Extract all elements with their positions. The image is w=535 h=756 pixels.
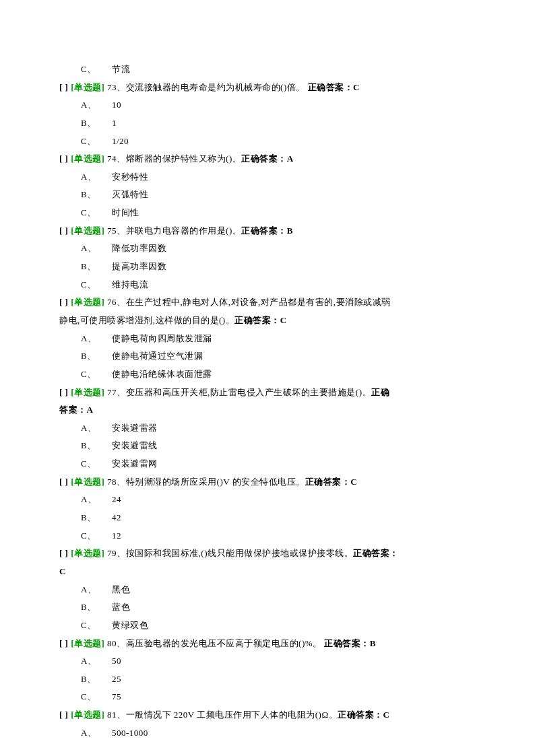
option-line: A、黑色 xyxy=(59,581,482,599)
option-letter: A、 xyxy=(81,724,112,743)
question-text: 78、特别潮湿的场所应采用()V 的安全特低电压。 xyxy=(107,477,305,487)
option-text: 42 xyxy=(112,512,121,522)
option-text: 12 xyxy=(112,530,121,541)
option-line: C、时间性 xyxy=(59,204,482,222)
question-type-tag: [单选题] xyxy=(71,297,104,307)
option-text: 时间性 xyxy=(112,207,139,217)
question-text: 77、变压器和高压开关柜,防止雷电侵入产生破坏的主要措施是()。 xyxy=(107,387,371,397)
option-text: 黑色 xyxy=(112,584,130,594)
correct-answer: 正确 xyxy=(371,387,389,397)
option-letter: B、 xyxy=(81,671,112,689)
option-text: 50 xyxy=(112,656,121,666)
option-letter: C、 xyxy=(81,204,112,222)
option-line: C、1/20 xyxy=(59,133,482,151)
question-text: 80、高压验电器的发光电压不应高于额定电压的()%。 xyxy=(107,638,324,648)
question-text-cont: 静电,可使用喷雾增湿剂,这样做的目的是()。 xyxy=(59,315,234,325)
option-letter: A、 xyxy=(81,96,112,114)
option-text: 蓝色 xyxy=(112,602,130,612)
option-letter: A、 xyxy=(81,419,112,438)
option-line: B、灭弧特性 xyxy=(59,186,482,204)
question-line: [ ] [单选题] 80、高压验电器的发光电压不应高于额定电压的()%。 正确答… xyxy=(59,635,482,653)
question-line: [ ] [单选题] 81、一般情况下 220V 工频电压作用下人体的电阻为()Ω… xyxy=(59,706,482,724)
option-text: 1 xyxy=(112,118,117,128)
question-line: [ ] [单选题] 78、特别潮湿的场所应采用()V 的安全特低电压。正确答案：… xyxy=(59,473,482,491)
correct-answer: C xyxy=(59,566,66,576)
option-line: B、使静电荷通过空气泄漏 xyxy=(59,347,482,366)
option-letter: B、 xyxy=(81,186,112,204)
option-letter: B、 xyxy=(81,509,112,527)
option-line: A、24 xyxy=(59,491,482,509)
option-line: A、安秒特性 xyxy=(59,168,482,186)
correct-answer: 答案：A xyxy=(59,405,93,415)
answer-continuation: 答案：A xyxy=(59,401,482,419)
question-text: 73、交流接触器的电寿命是约为机械寿命的()倍。 xyxy=(107,82,307,92)
option-letter: A、 xyxy=(81,581,112,599)
option-letter: B、 xyxy=(81,598,112,617)
option-text: 10 xyxy=(112,100,121,110)
correct-answer: 正确答案：B xyxy=(324,638,376,648)
question-text: 79、按国际和我国标准,()线只能用做保护接地或保护接零线。 xyxy=(107,548,353,558)
option-letter: B、 xyxy=(81,437,112,455)
option-text: 使静电荷通过空气泄漏 xyxy=(112,351,203,361)
option-letter: C、 xyxy=(81,366,112,384)
correct-answer: 正确答案：C xyxy=(308,82,360,92)
option-text: 24 xyxy=(112,494,121,504)
option-letter: A、 xyxy=(81,240,112,258)
bracket: [ ] xyxy=(59,387,71,397)
option-text: 75 xyxy=(112,691,121,701)
option-letter: A、 xyxy=(81,330,112,348)
option-letter: C、 xyxy=(81,276,112,294)
correct-answer: 正确答案：C xyxy=(234,315,286,325)
option-line: A、降低功率因数 xyxy=(59,240,482,258)
option-line: A、50 xyxy=(59,652,482,671)
question-line: [ ] [单选题] 74、熔断器的保护特性又称为()。正确答案：A xyxy=(59,150,482,168)
option-letter: C、 xyxy=(81,133,112,151)
option-text: 1/20 xyxy=(112,136,129,146)
option-letter: A、 xyxy=(81,652,112,671)
bracket: [ ] xyxy=(59,153,71,164)
question-type-tag: [单选题] xyxy=(71,548,104,558)
option-line: B、42 xyxy=(59,509,482,527)
option-text: 节流 xyxy=(112,64,130,74)
correct-answer: 正确答案：C xyxy=(305,477,357,487)
option-text: 提高功率因数 xyxy=(112,261,166,271)
correct-answer: 正确答案：A xyxy=(241,153,293,164)
bracket: [ ] xyxy=(59,297,71,307)
option-text: 灭弧特性 xyxy=(112,189,148,199)
option-text: 使静电沿绝缘体表面泄露 xyxy=(112,369,212,379)
question-type-tag: [单选题] xyxy=(71,638,104,648)
answer-continuation: C xyxy=(59,563,482,581)
option-line: A、10 xyxy=(59,96,482,114)
bracket: [ ] xyxy=(59,82,71,92)
question-type-tag: [单选题] xyxy=(71,387,104,397)
option-line: A、安装避雷器 xyxy=(59,419,482,438)
option-line: C、12 xyxy=(59,527,482,545)
option-letter: B、 xyxy=(81,258,112,276)
question-continuation: 静电,可使用喷雾增湿剂,这样做的目的是()。正确答案：C xyxy=(59,312,482,330)
correct-answer: 正确答案：B xyxy=(241,226,293,236)
bracket: [ ] xyxy=(59,477,71,487)
option-line: C、使静电沿绝缘体表面泄露 xyxy=(59,366,482,384)
question-type-tag: [单选题] xyxy=(71,82,104,92)
option-letter: B、 xyxy=(81,347,112,366)
option-text: 安秒特性 xyxy=(112,172,148,182)
correct-answer: 正确答案：C xyxy=(338,710,389,720)
option-letter: C、 xyxy=(81,527,112,545)
question-line: [ ] [单选题] 73、交流接触器的电寿命是约为机械寿命的()倍。 正确答案：… xyxy=(59,79,482,97)
option-line: B、安装避雷线 xyxy=(59,437,482,455)
option-letter: A、 xyxy=(81,168,112,186)
option-text: 降低功率因数 xyxy=(112,243,166,253)
question-type-tag: [单选题] xyxy=(71,477,104,487)
bracket: [ ] xyxy=(59,226,71,236)
option-line: A、500-1000 xyxy=(59,724,482,743)
option-text: 黄绿双色 xyxy=(112,620,148,630)
option-line: B、提高功率因数 xyxy=(59,258,482,276)
question-line: [ ] [单选题] 76、在生产过程中,静电对人体,对设备,对产品都是有害的,要… xyxy=(59,294,482,312)
bracket: [ ] xyxy=(59,710,71,720)
question-line: [ ] [单选题] 75、并联电力电容器的作用是()。正确答案：B xyxy=(59,222,482,240)
option-line: B、25 xyxy=(59,671,482,689)
option-text: 25 xyxy=(112,674,121,684)
question-line: [ ] [单选题] 77、变压器和高压开关柜,防止雷电侵入产生破坏的主要措施是(… xyxy=(59,384,482,402)
question-type-tag: [单选题] xyxy=(71,153,104,164)
question-text: 81、一般情况下 220V 工频电压作用下人体的电阻为()Ω。 xyxy=(107,710,338,720)
